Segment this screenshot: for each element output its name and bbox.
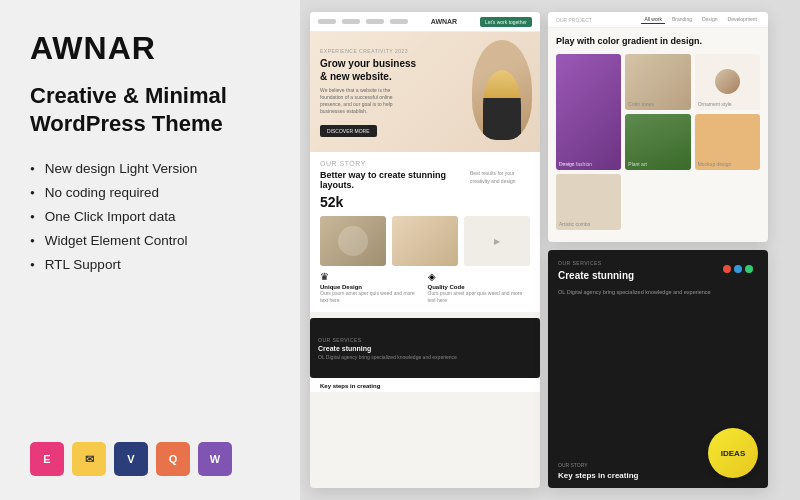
dot-red bbox=[723, 265, 731, 273]
contactform-icon: Q bbox=[156, 442, 190, 476]
hero-desc: We believe that a website is the foundat… bbox=[320, 87, 410, 115]
mockup1-section1: OUR STORY Better way to create stunning … bbox=[310, 152, 540, 312]
item6-label: Artistic combo bbox=[559, 221, 590, 227]
mockup1-hero-text: EXPERIENCE CREATIVITY 2023 Grow your bus… bbox=[320, 48, 420, 137]
card-3: ▶ bbox=[464, 216, 530, 266]
mockup2-tabs: All work Branding Design Development bbox=[641, 15, 760, 24]
mockup2-content: Play with color gradient in design. Desi… bbox=[548, 28, 768, 238]
slider-icon: V bbox=[114, 442, 148, 476]
mockup3-content: OUR SERVICES Create stunning OL Digital … bbox=[548, 250, 768, 306]
hero-label: EXPERIENCE CREATIVITY 2023 bbox=[320, 48, 420, 54]
section1-cards: ▶ bbox=[320, 216, 530, 266]
hero-title: Grow your business & new website. bbox=[320, 57, 420, 83]
card-2 bbox=[392, 216, 458, 266]
nav-link bbox=[366, 19, 384, 24]
mockup-screenshot-3: OUR SERVICES Create stunning OL Digital … bbox=[548, 250, 768, 488]
feature-item: No coding required bbox=[30, 185, 270, 200]
nav-link bbox=[318, 19, 336, 24]
mockup1-cta[interactable]: Let's work together bbox=[480, 17, 532, 27]
item4-label: Plant art bbox=[628, 161, 647, 167]
section1-title: Better way to create stunning layouts. bbox=[320, 170, 462, 190]
left-panel: AWNAR Creative & Minimal WordPress Theme… bbox=[0, 0, 300, 500]
section1-label: OUR STORY bbox=[320, 160, 530, 167]
portfolio-grid: Design fashion Drawing Color tones Ornam… bbox=[556, 54, 760, 230]
hero-cta-button[interactable]: DISCOVER MORE bbox=[320, 125, 377, 137]
dark-section-title: Create stunning bbox=[318, 345, 532, 352]
tab-all-work[interactable]: All work bbox=[641, 15, 665, 24]
features-list: New design Light Version No coding requi… bbox=[30, 161, 270, 272]
key-steps-label: Key steps in creating bbox=[320, 383, 530, 389]
dark-section-desc: OL Digital agency bring specialized know… bbox=[318, 354, 532, 360]
section1-side: Best results for your creativity and des… bbox=[470, 170, 530, 185]
tab-branding[interactable]: Branding bbox=[669, 15, 695, 24]
item2-label: Color tones bbox=[628, 101, 654, 107]
brand-tagline: Creative & Minimal WordPress Theme bbox=[30, 82, 270, 137]
dark-section-label: OUR SERVICES bbox=[318, 337, 532, 343]
right-panel: AWNAR Let's work together EXPERIENCE CRE… bbox=[300, 0, 800, 500]
feature-item: One Click Import data bbox=[30, 209, 270, 224]
mockup2-nav-label: OUR PROJECT bbox=[556, 17, 592, 23]
feature-item: RTL Support bbox=[30, 257, 270, 272]
woocommerce-icon: W bbox=[198, 442, 232, 476]
grid-item-2: Color tones bbox=[625, 54, 690, 110]
tab-design[interactable]: Design bbox=[699, 15, 721, 24]
dot-green bbox=[745, 265, 753, 273]
right-column: OUR PROJECT All work Branding Design Dev… bbox=[548, 12, 768, 490]
bottom-feature-cards: ♛ Unique Design Ours psum amet aper quis… bbox=[320, 271, 530, 304]
grid-item-5: Mockup design bbox=[695, 114, 760, 170]
key-steps-section: Key steps in creating bbox=[310, 378, 540, 392]
hero-figure bbox=[483, 70, 521, 140]
crown-icon: ♛ bbox=[320, 271, 423, 282]
brand-logo: AWNAR bbox=[30, 32, 270, 64]
grid-item-3: Ornament style bbox=[695, 54, 760, 110]
ideas-badge: IDEAS bbox=[708, 428, 758, 478]
feature-card-1: ♛ Unique Design Ours psum amet aper quis… bbox=[320, 271, 423, 304]
item5-label: Mockup design bbox=[698, 161, 732, 167]
nav-link bbox=[342, 19, 360, 24]
diamond-icon: ◈ bbox=[428, 271, 531, 282]
feature1-desc: Ours psum amet aper quis weed and more t… bbox=[320, 290, 423, 304]
elementor-icon: E bbox=[30, 442, 64, 476]
counter-value: 52k bbox=[320, 194, 462, 210]
feature2-desc: Ours psum amet aper quis weed and more t… bbox=[428, 290, 531, 304]
plugin-icons-row: E ✉ V Q W bbox=[30, 442, 270, 476]
feature-item: New design Light Version bbox=[30, 161, 270, 176]
tab-development[interactable]: Development bbox=[725, 15, 760, 24]
dot-blue bbox=[734, 265, 742, 273]
nav-link bbox=[390, 19, 408, 24]
mockup-screenshot-1: AWNAR Let's work together EXPERIENCE CRE… bbox=[310, 12, 540, 488]
hero-illustration bbox=[472, 40, 532, 140]
feature-card-2: ◈ Quality Code Ours psum amet aper quis … bbox=[428, 271, 531, 304]
mockup2-navbar: OUR PROJECT All work Branding Design Dev… bbox=[548, 12, 768, 28]
item3-label: Ornament style bbox=[698, 101, 732, 107]
grid-item-4: Plant art bbox=[625, 114, 690, 170]
mockup1-logo: AWNAR bbox=[431, 18, 457, 25]
feature-item: Widget Element Control bbox=[30, 233, 270, 248]
mockup1-hero: EXPERIENCE CREATIVITY 2023 Grow your bus… bbox=[310, 32, 540, 152]
ideas-dots bbox=[723, 265, 753, 273]
item1-sub: Drawing bbox=[559, 161, 574, 166]
mockup2-title: Play with color gradient in design. bbox=[556, 36, 760, 48]
mockup1-dark-section: OUR SERVICES Create stunning OL Digital … bbox=[310, 318, 540, 378]
mockup1-navbar: AWNAR Let's work together bbox=[310, 12, 540, 32]
grid-item-6: Artistic combo bbox=[556, 174, 621, 230]
grid-item-1: Design fashion Drawing bbox=[556, 54, 621, 170]
mailchimp-icon: ✉ bbox=[72, 442, 106, 476]
card-1 bbox=[320, 216, 386, 266]
mockup-screenshot-2: OUR PROJECT All work Branding Design Dev… bbox=[548, 12, 768, 242]
mockup3-desc: OL Digital agency bring specialized know… bbox=[558, 288, 758, 296]
